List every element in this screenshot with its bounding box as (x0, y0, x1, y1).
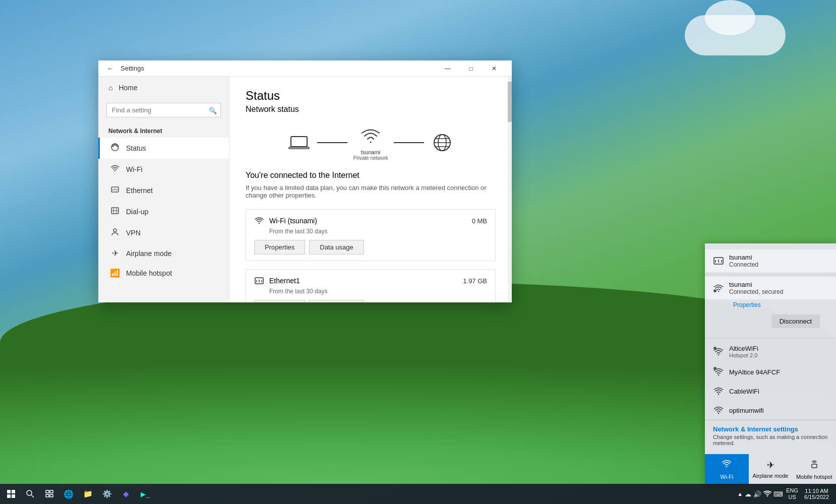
taskbar-clock[interactable]: 11:10 AM 6/15/2022 (801, 487, 832, 501)
flyout-footer: Network & Internet settings Change setti… (705, 420, 836, 450)
flyout-footer-title[interactable]: Network & Internet settings (713, 425, 828, 433)
status-icon (110, 143, 120, 154)
svg-rect-30 (12, 490, 15, 493)
connected-sub: If you have a limited data plan, you can… (246, 184, 496, 199)
flyout-bottom-icons: Wi-Fi ✈ Airplane mode Mobile hotspot (705, 454, 836, 484)
wifi-data-usage-button[interactable]: Data usage (309, 240, 364, 255)
sidebar-item-dialup[interactable]: Dial-up (98, 201, 229, 222)
sidebar-item-hotspot[interactable]: 📶 Mobile hotspot (98, 263, 229, 283)
settings-taskbar-button[interactable]: ⚙️ (98, 485, 116, 503)
desktop: ← Settings — □ ✕ ⌂ Home 🔍 Network & In (0, 0, 836, 504)
region-label: US (789, 494, 796, 500)
svg-rect-32 (12, 494, 15, 498)
network-flyout: tsunami Connected tsunami Connected, sec… (705, 243, 836, 484)
flyout-myaltice-icon (713, 366, 724, 377)
sidebar-item-vpn[interactable]: VPN (98, 222, 229, 243)
flyout-ethernet-item[interactable]: tsunami Connected (705, 249, 836, 272)
settings-window: ← Settings — □ ✕ ⌂ Home 🔍 Network & In (98, 60, 512, 302)
hotspot-label: Mobile hotspot (126, 269, 172, 277)
flyout-cablewifi-name: CableWiFi (729, 388, 759, 395)
terminal-button[interactable]: ▶_ (136, 485, 154, 503)
wifi-card-size: 0 MB (472, 217, 487, 225)
tray-chevron-icon[interactable]: ▲ (737, 491, 743, 497)
window-controls: — □ ✕ (436, 60, 506, 77)
flyout-ethernet-info: tsunami Connected (729, 254, 758, 268)
page-title: Status (246, 89, 496, 103)
laptop-icon-container (287, 131, 311, 155)
hotspot-toggle-icon (809, 458, 820, 472)
taskbar-search-button[interactable] (21, 485, 39, 503)
back-button[interactable]: ← (104, 62, 116, 75)
tray-cloud-icon[interactable]: ☁ (745, 490, 751, 498)
edge-button[interactable]: 🌐 (59, 485, 78, 503)
eth-data-usage-button[interactable]: Data usage (309, 300, 364, 302)
eth-properties-button[interactable]: Properties (254, 300, 305, 302)
sidebar-item-status[interactable]: Status (98, 138, 229, 159)
flyout-airplane-toggle[interactable]: ✈ Airplane mode (749, 454, 793, 484)
start-button[interactable] (2, 485, 20, 503)
wifi-card-name: Wi-Fi (tsunami) (254, 216, 317, 226)
flyout-wifi-main-info: tsunami Connected, secured (729, 281, 783, 295)
flyout-optimum-icon (713, 405, 724, 416)
sidebar-item-ethernet[interactable]: Ethernet (98, 180, 229, 201)
airplane-toggle-label: Airplane mode (753, 473, 789, 479)
cloud-decoration (685, 15, 786, 55)
home-label: Home (118, 84, 137, 92)
wifi-card-label: Wi-Fi (tsunami) (269, 217, 317, 225)
vpn-label: VPN (126, 229, 141, 237)
wifi-properties-button[interactable]: Properties (254, 240, 305, 255)
home-icon: ⌂ (108, 84, 112, 92)
sidebar-home[interactable]: ⌂ Home (98, 77, 229, 99)
minimize-button[interactable]: — (436, 60, 459, 77)
wifi-label: Wi-Fi (126, 165, 143, 173)
svg-rect-38 (50, 494, 53, 497)
disconnect-button[interactable]: Disconnect (771, 314, 820, 328)
hotspot-icon: 📶 (110, 268, 120, 278)
svg-rect-29 (7, 490, 11, 493)
flyout-wifi-main-item[interactable]: tsunami Connected, secured (705, 277, 836, 299)
sidebar-item-wifi[interactable]: Wi-Fi (98, 159, 229, 180)
wifi-toggle-icon (721, 458, 732, 472)
network-name-label: tsunami (361, 149, 381, 155)
airplane-toggle-icon: ✈ (767, 460, 774, 471)
flyout-cablewifi-icon (713, 386, 724, 397)
taskbar: 🌐 📁 ⚙️ ◆ ▶_ ▲ ☁ 🔊 (0, 484, 836, 504)
taskview-button[interactable] (40, 485, 58, 503)
settings-sidebar: ⌂ Home 🔍 Network & Internet (98, 77, 229, 302)
connected-heading: You're connected to the Internet (246, 171, 496, 180)
explorer-button[interactable]: 📁 (79, 485, 97, 503)
flyout-myaltice-item[interactable]: MyAltice 94AFCF (705, 362, 836, 382)
flyout-altice-item[interactable]: AlticeWiFi Hotspot 2.0 (705, 341, 836, 362)
eth-card-buttons: Properties Data usage (254, 300, 487, 302)
flyout-hotspot-toggle[interactable]: Mobile hotspot (792, 454, 836, 484)
flyout-cablewifi-item[interactable]: CableWiFi (705, 382, 836, 401)
ethernet-network-card: Ethernet1 1.97 GB From the last 30 days … (246, 269, 496, 302)
taskbar-right: ▲ ☁ 🔊 ⌨ ENG US 11:10 AM (733, 487, 836, 501)
flyout-optimum-item[interactable]: optimumwifi (705, 401, 836, 420)
taskbar-lang[interactable]: ENG US (786, 487, 798, 500)
airplane-label: Airplane mode (126, 249, 171, 258)
svg-point-26 (713, 347, 716, 350)
sidebar-item-airplane[interactable]: ✈ Airplane mode (98, 243, 229, 263)
search-input[interactable] (106, 103, 221, 117)
eth-card-sub: From the last 30 days (269, 288, 487, 295)
airplane-icon: ✈ (110, 248, 120, 258)
flyout-properties-link[interactable]: Properties (705, 299, 836, 312)
eth-card-header: Ethernet1 1.97 GB (254, 276, 487, 286)
eth-card-label: Ethernet1 (269, 277, 300, 285)
vs-button[interactable]: ◆ (117, 485, 135, 503)
close-button[interactable]: ✕ (483, 60, 506, 77)
flyout-wifi-main-icon (713, 283, 724, 294)
globe-icon-container (430, 131, 454, 155)
tray-speaker-icon[interactable]: 🔊 (753, 490, 761, 498)
flyout-wifi-toggle[interactable]: Wi-Fi (705, 454, 749, 484)
scrollbar-thumb[interactable] (508, 82, 512, 122)
svg-point-9 (113, 229, 116, 232)
ethernet-card-icon (254, 276, 264, 286)
tray-keyboard-icon[interactable]: ⌨ (773, 490, 783, 498)
flyout-divider-1 (705, 274, 836, 275)
flyout-ethernet-status: Connected (729, 261, 758, 268)
tray-wifi-icon[interactable] (763, 490, 771, 498)
search-box: 🔍 (106, 103, 221, 117)
maximize-button[interactable]: □ (459, 60, 483, 77)
